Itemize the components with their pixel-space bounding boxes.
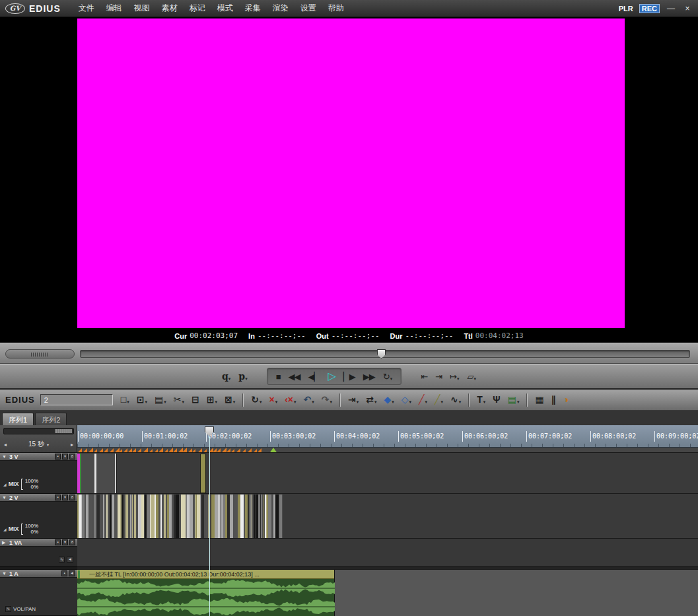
set-out-point-button[interactable]: p▾	[235, 370, 250, 383]
zoom-slider-handle[interactable]	[55, 429, 72, 433]
insert-mode-dropdown-icon[interactable]: ▾	[374, 399, 377, 405]
next-edit-point-button[interactable]: ↦▾	[446, 370, 462, 383]
display-mode-button[interactable]: ▱▾	[464, 370, 479, 383]
menu-item-帮助[interactable]: 帮助	[322, 1, 350, 16]
track-lock-icon[interactable]: ▪	[55, 495, 61, 500]
tab-序列1[interactable]: 序列1	[2, 413, 34, 425]
rec-indicator[interactable]: REC	[639, 4, 660, 13]
set-audio-fade-dropdown-icon[interactable]: ▾	[441, 399, 444, 405]
set-out-point-dropdown-icon[interactable]: ▾	[245, 376, 248, 382]
sync-mode-dropdown-icon[interactable]: ▾	[260, 399, 262, 405]
track-mixer[interactable]: ◢ MIX 100% 0%	[3, 478, 38, 490]
jog-shuttle[interactable]	[5, 349, 75, 359]
menu-item-编辑[interactable]: 编辑	[100, 1, 128, 16]
delete-button[interactable]: ×▾	[266, 393, 280, 407]
fast-forward-button[interactable]: ▶▶	[360, 370, 378, 383]
menu-item-标记[interactable]: 标记	[184, 1, 211, 16]
audio-rubber-band-button[interactable]: ∿▾	[448, 393, 464, 407]
add-audio-crossfade-button[interactable]: ◇▾	[399, 393, 414, 407]
tab-序列2[interactable]: 序列2	[35, 413, 67, 425]
cut-button[interactable]: ✂▾	[171, 393, 187, 407]
new-sequence-button[interactable]: □▾	[118, 393, 132, 407]
track-header-2v[interactable]: ▼ 2 V ▪ ▾ 8 ◢ MIX 100% 0%	[0, 494, 77, 539]
track-expand-icon[interactable]: ▶	[2, 539, 7, 547]
set-audio-fade-button[interactable]: ╱▾	[432, 393, 446, 407]
source-browser-button[interactable]: ◑	[561, 393, 571, 407]
audio-rubber-band-dropdown-icon[interactable]: ▾	[459, 399, 462, 405]
undo-button[interactable]: ↶▾	[301, 393, 317, 407]
track-content-1va[interactable]	[77, 539, 698, 566]
sync-mode-button[interactable]: ↻▾	[248, 393, 264, 407]
sequence-settings-button[interactable]: ▦	[532, 393, 546, 407]
close-button[interactable]: ×	[682, 4, 693, 13]
paste-button[interactable]: ⊞▾	[204, 393, 220, 407]
rewind-button[interactable]: ◀◀	[285, 370, 304, 383]
save-project-button[interactable]: ▤▾	[152, 393, 169, 407]
volpan-control[interactable]: ∿ VOL/PAN	[5, 606, 36, 612]
seek-bar[interactable]	[80, 350, 690, 358]
track-dropdown-icon[interactable]: ▾	[62, 495, 68, 500]
track-header-1va[interactable]: ▶ 1 VA ▪ ▾ 8 ∿ ◄	[0, 539, 77, 566]
insert-mode-button[interactable]: ⇄▾	[363, 393, 379, 407]
stop-button[interactable]: ■	[273, 370, 284, 383]
replace-button[interactable]: ⊠▾	[222, 393, 238, 407]
set-transition-button[interactable]: ╱▾	[416, 393, 430, 407]
overwrite-mode-dropdown-icon[interactable]: ▾	[357, 399, 359, 405]
open-timeline-dropdown-icon[interactable]: ▾	[145, 399, 147, 405]
timeline-ruler[interactable]: 00:00:00;0000:01:00;0200:02:00;0200:03:0…	[77, 425, 698, 448]
mixer-expand-icon[interactable]: ◢	[3, 482, 7, 487]
track-content-2v[interactable]	[77, 494, 698, 539]
paste-dropdown-icon[interactable]: ▾	[215, 399, 217, 405]
undo-dropdown-icon[interactable]: ▾	[312, 399, 314, 405]
cut-dropdown-icon[interactable]: ▾	[182, 399, 184, 405]
track-lock-icon[interactable]: ▪	[61, 570, 67, 576]
track-dropdown-icon[interactable]: ▾	[62, 539, 68, 545]
timeline-zoom-slider[interactable]	[3, 428, 74, 434]
redo-button[interactable]: ↷▾	[319, 393, 335, 407]
waveform-display-icon[interactable]: ∿	[59, 557, 65, 563]
set-in-point-button[interactable]: q▾	[219, 370, 234, 383]
track-expand-icon[interactable]: ▼	[2, 570, 7, 578]
menu-item-素材[interactable]: 素材	[156, 1, 184, 16]
add-transition-dropdown-icon[interactable]: ▾	[392, 399, 394, 405]
video-clip[interactable]	[77, 454, 117, 493]
track-header-3v[interactable]: ▼ 3 V ▪ ▾ 8 ◢ MIX 100% 0%	[0, 453, 77, 494]
track-header-1a[interactable]: ▼ 1 A ▪ ◄ ∿ VOL/PAN	[0, 570, 77, 616]
delete-dropdown-icon[interactable]: ▾	[275, 399, 278, 405]
new-sequence-dropdown-icon[interactable]: ▾	[127, 399, 129, 405]
speaker-icon[interactable]: ◄	[69, 570, 75, 576]
zoom-prev-icon[interactable]: ◂	[4, 442, 7, 448]
create-title-dropdown-icon[interactable]: ▾	[483, 399, 486, 405]
previous-frame-button[interactable]: ◀▏	[305, 370, 324, 383]
set-in-point-dropdown-icon[interactable]: ▾	[228, 376, 231, 382]
copy-button[interactable]: ⊟	[189, 393, 202, 407]
track-dropdown-icon[interactable]: ▾	[62, 454, 68, 460]
track-lock-icon[interactable]: ▪	[55, 539, 61, 545]
menu-item-渲染[interactable]: 渲染	[267, 1, 295, 16]
goto-in-point-button[interactable]: ⇤	[417, 370, 431, 383]
menu-item-模式[interactable]: 模式	[211, 1, 239, 16]
ripple-delete-dropdown-icon[interactable]: ▾	[294, 399, 297, 405]
set-transition-dropdown-icon[interactable]: ▾	[425, 399, 428, 405]
track-keyframe-icon[interactable]: 8	[69, 454, 75, 460]
loop-playback-dropdown-icon[interactable]: ▾	[390, 376, 393, 382]
menu-item-设置[interactable]: 设置	[295, 1, 322, 16]
video-clip[interactable]	[200, 454, 206, 493]
effect-controls-button[interactable]: ∥	[549, 393, 559, 407]
track-expand-icon[interactable]: ▼	[2, 494, 7, 502]
track-keyframe-icon[interactable]: 8	[69, 495, 75, 500]
open-timeline-button[interactable]: ⊡▾	[134, 393, 150, 407]
track-keyframe-icon[interactable]: 8	[69, 539, 75, 545]
track-content-1a[interactable]: 一丝不挂 TL [In:00:00:00;00 Out:00:04:02;13 …	[77, 570, 698, 616]
next-edit-point-dropdown-icon[interactable]: ▾	[457, 376, 460, 382]
zoom-next-icon[interactable]: ▸	[71, 442, 73, 448]
create-title-button[interactable]: T▾	[474, 393, 488, 407]
menu-item-采集[interactable]: 采集	[239, 1, 267, 16]
goto-out-point-button[interactable]: ⇥	[432, 370, 445, 383]
add-audio-crossfade-dropdown-icon[interactable]: ▾	[409, 399, 412, 405]
track-content-3v[interactable]	[77, 453, 698, 494]
ripple-delete-button[interactable]: ‹×▾	[282, 393, 298, 407]
zoom-preset-value[interactable]: 15 秒	[28, 440, 44, 449]
seek-marker[interactable]	[377, 349, 386, 359]
display-mode-dropdown-icon[interactable]: ▾	[473, 376, 476, 382]
